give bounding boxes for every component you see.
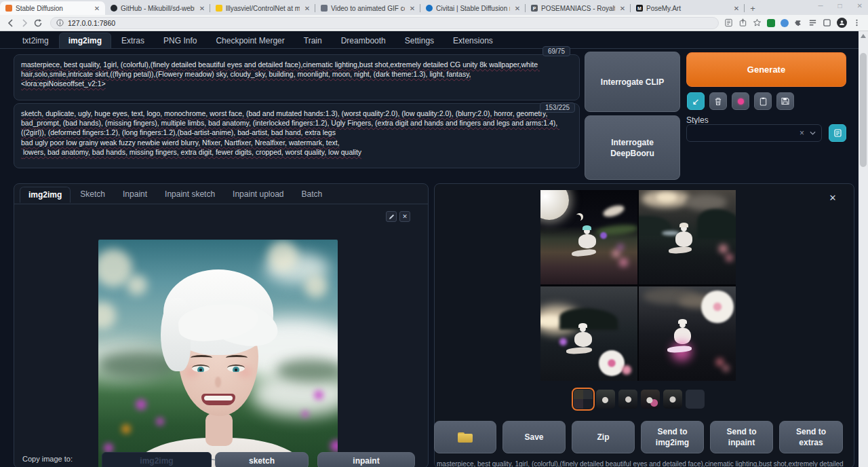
back-icon[interactable] [4,16,18,30]
source-image[interactable] [98,240,338,467]
browser-tab-controlnet[interactable]: lllyasviel/ControlNet at main ✕ [210,1,315,15]
tab-settings[interactable]: Settings [396,33,443,48]
page-scrollbar[interactable] [859,31,868,467]
tab-png-info[interactable]: PNG Info [155,33,205,48]
prompt-input[interactable]: masterpiece, best quality, 1girl, (color… [14,54,580,100]
tab-title: POSEMANIACS - Royalty free 3… [541,5,615,12]
send-to-extras-button[interactable]: Send to extras [779,421,843,453]
zip-button[interactable]: Zip [572,421,635,453]
save-style-floppy-icon[interactable] [776,92,794,110]
tab-close-icon[interactable]: ✕ [513,5,521,12]
subtab-sketch[interactable]: Sketch [72,187,113,203]
thumbnail-1[interactable] [596,390,615,409]
tab-switcher-icon[interactable] [823,18,831,27]
window-close-button[interactable]: ✕ [857,2,863,10]
stable-diffusion-favicon [5,5,12,12]
result-image-3[interactable] [540,286,637,381]
edit-styles-icon[interactable] [829,124,846,142]
browser-tab-posemy-art[interactable]: M PoseMy.Art ✕ [631,1,745,15]
browser-tab-gif-converter[interactable]: Video to animated GIF converter ✕ [315,1,420,15]
bookmark-list-icon[interactable] [724,18,733,27]
forward-icon[interactable] [18,16,31,30]
tab-extras[interactable]: Extras [113,33,153,48]
scroll-up-icon[interactable] [861,34,866,38]
folder-icon [458,432,473,443]
extension-b-icon[interactable] [781,19,789,27]
thumbnail-4[interactable] [663,390,682,409]
extension-a-icon[interactable] [767,19,775,27]
result-image-4[interactable] [639,286,736,381]
right-eye [227,365,245,372]
address-bar[interactable]: 127.0.0.1:7860 [50,17,719,29]
share-icon[interactable] [738,18,747,27]
generate-button[interactable]: Generate [686,52,846,87]
thumbnail-grid[interactable] [574,390,593,409]
browser-tab-github[interactable]: GitHub - Mikubill/sd-webui-co… ✕ [105,1,210,15]
tab-extensions[interactable]: Extensions [444,33,502,48]
site-info-icon[interactable] [56,19,64,26]
window-minimize-button[interactable]: ─ [818,2,823,10]
clear-prompt-trash-icon[interactable] [709,92,727,110]
bookmark-star-icon[interactable] [753,18,762,27]
browser-tab-civitai[interactable]: Civitai | Stable Diffusion model… ✕ [420,1,526,15]
result-image-grid[interactable] [540,190,736,381]
profile-avatar[interactable] [837,18,847,28]
interrogate-deepbooru-button[interactable]: Interrogate DeepBooru [585,115,680,180]
result-image-2[interactable] [639,190,736,284]
tab-close-icon[interactable]: ✕ [732,5,741,12]
image-tools: ✕ [386,211,410,222]
remove-image-icon[interactable]: ✕ [399,211,410,222]
new-tab-button[interactable]: + [747,3,758,14]
edit-pencil-icon[interactable] [386,211,397,222]
menu-kebab-icon[interactable] [852,18,861,27]
copy-to-sketch-button[interactable]: sketch [215,452,309,467]
tab-close-icon[interactable]: ✕ [618,5,627,12]
extra-networks-icon[interactable] [732,92,749,110]
tab-title: Stable Diffusion [16,5,90,12]
subtab-batch[interactable]: Batch [294,187,331,203]
tab-checkpoint-merger[interactable]: Checkpoint Merger [207,33,293,48]
subtab-inpaint[interactable]: Inpaint [115,187,155,203]
prompt-token-counter: 69/75 [542,46,570,56]
close-gallery-icon[interactable]: ✕ [827,193,838,204]
reading-list-icon[interactable] [808,18,817,27]
paste-params-icon[interactable]: ↙ [687,92,705,110]
tab-close-icon[interactable]: ✕ [303,5,311,12]
send-to-inpaint-button[interactable]: Send to inpaint [710,421,773,453]
styles-dropdown[interactable]: × [686,124,822,142]
copy-to-img2img-button[interactable]: img2img [102,452,212,467]
thumbnail-5[interactable] [686,390,705,409]
browser-tab-stable-diffusion[interactable]: Stable Diffusion ✕ [0,1,105,15]
open-folder-button[interactable] [434,421,496,453]
save-button[interactable]: Save [502,421,566,453]
thumbnail-2[interactable] [618,390,637,409]
window-maximize-button[interactable]: □ [838,2,842,10]
tab-dreambooth[interactable]: Dreambooth [332,33,395,48]
civitai-favicon [426,5,433,12]
result-image-1[interactable] [540,190,637,284]
scrollbar-thumb[interactable] [860,53,867,167]
chevron-down-icon[interactable] [810,131,816,135]
tab-close-icon[interactable]: ✕ [408,5,416,12]
subtab-inpaint-upload[interactable]: Inpaint upload [224,187,292,203]
copy-to-inpaint-button[interactable]: inpaint [317,452,415,467]
clear-styles-icon[interactable]: × [800,128,804,138]
prompt-tools-row: ↙ [687,92,794,110]
interrogate-clip-button[interactable]: Interrogate CLIP [585,52,680,112]
tab-train[interactable]: Train [295,33,331,48]
apply-styles-clipboard-icon[interactable] [754,92,772,110]
negative-token-counter: 153/225 [540,102,575,113]
extensions-puzzle-icon[interactable] [794,18,803,27]
tab-close-icon[interactable]: ✕ [93,5,101,12]
tab-close-icon[interactable]: ✕ [198,5,206,12]
tab-txt2img[interactable]: txt2img [14,33,58,48]
thumbnail-3[interactable] [641,390,660,409]
send-to-img2img-button[interactable]: Send to img2img [641,421,704,453]
browser-tab-posemaniacs[interactable]: P POSEMANIACS - Royalty free 3… ✕ [526,1,631,15]
warning-favicon [216,5,222,12]
subtab-img2img[interactable]: img2img [20,187,71,203]
reload-icon[interactable] [31,16,45,30]
negative-prompt-input[interactable]: sketch, duplicate, ugly, huge eyes, text… [14,103,580,168]
subtab-inpaint-sketch[interactable]: Inpaint sketch [157,187,223,203]
tab-img2img[interactable]: img2img [59,33,111,48]
